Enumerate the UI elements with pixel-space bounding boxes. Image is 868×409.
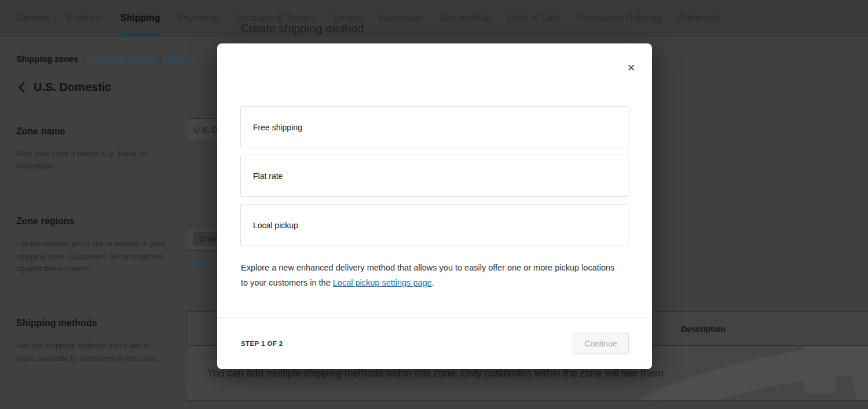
step-indicator: STEP 1 OF 2	[241, 340, 283, 347]
close-button[interactable]: ✕	[624, 61, 638, 75]
note-text: .	[432, 278, 434, 287]
local-pickup-note: Explore a new enhanced delivery method t…	[241, 261, 623, 290]
close-icon: ✕	[627, 62, 635, 74]
option-label: Flat rate	[253, 171, 283, 181]
option-flat-rate[interactable]: Flat rate	[240, 155, 629, 197]
modal-footer: STEP 1 OF 2 Continue	[217, 317, 652, 369]
continue-button[interactable]: Continue	[573, 333, 629, 354]
create-shipping-method-modal: Create shipping method ✕ Free shipping F…	[217, 43, 652, 369]
option-local-pickup[interactable]: Local pickup	[240, 204, 629, 246]
option-free-shipping[interactable]: Free shipping	[240, 106, 629, 148]
modal-title: Create shipping method	[241, 22, 364, 35]
option-label: Free shipping	[253, 123, 302, 132]
local-pickup-settings-link[interactable]: Local pickup settings page	[333, 278, 432, 287]
option-label: Local pickup	[253, 221, 298, 230]
